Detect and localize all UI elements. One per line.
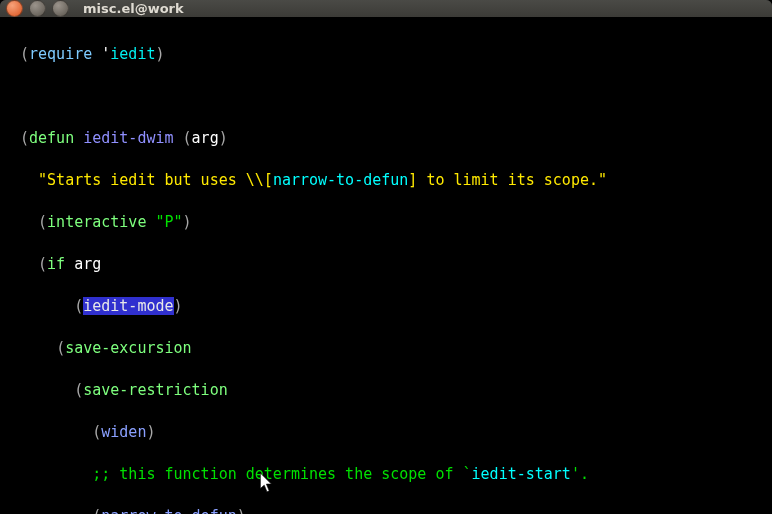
keyword-save-excursion: save-excursion [65, 339, 191, 357]
keyword-save-restriction: save-restriction [83, 381, 228, 399]
minimize-icon[interactable] [29, 0, 46, 17]
window-title: misc.el@work [83, 1, 184, 16]
keyword-require: require [29, 45, 92, 63]
maximize-icon[interactable] [52, 0, 69, 17]
keyword-if: if [47, 255, 65, 273]
titlebar: misc.el@work [0, 0, 772, 17]
iedit-mode-occurrence: iedit-mode [83, 297, 173, 315]
keyword-defun: defun [29, 129, 74, 147]
keyword-interactive: interactive [47, 213, 146, 231]
comment: ;; this function determines the scope of… [92, 465, 471, 483]
editor-buffer[interactable]: (require 'iedit) (defun iedit-dwim (arg)… [0, 17, 772, 514]
close-icon[interactable] [6, 0, 23, 17]
emacs-window: misc.el@work (require 'iedit) (defun ied… [0, 0, 772, 514]
symbol-iedit: iedit [110, 45, 155, 63]
docstring: "Starts iedit but uses [38, 171, 246, 189]
function-name: iedit-dwim [83, 129, 173, 147]
